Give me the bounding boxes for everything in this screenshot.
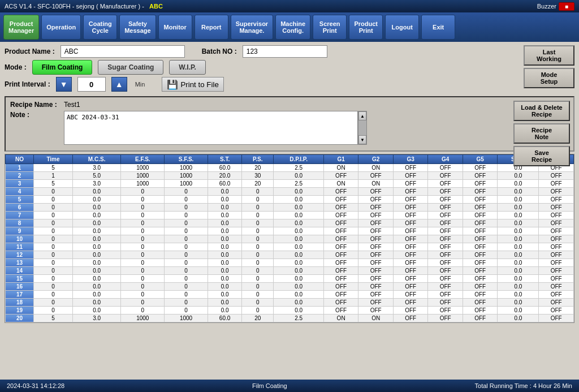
table-cell: 0.0 <box>498 283 539 291</box>
table-cell: 0 <box>121 275 165 283</box>
table-cell: 6 <box>6 204 34 212</box>
save-recipe-button[interactable]: SaveRecipe <box>513 146 570 166</box>
table-cell: 0.0 <box>72 283 121 291</box>
toolbar-btn-coating-cycle[interactable]: CoatingCycle <box>83 15 117 40</box>
table-row[interactable]: 1400.0000.000.0OFFOFFOFFOFFOFF0.0OFF <box>6 267 574 275</box>
table-cell: OFF <box>463 235 498 243</box>
table-row[interactable]: 153.01000100060.0202.5ONONOFFOFFOFF0.0OF… <box>6 164 574 172</box>
table-row[interactable]: 700.0000.000.0OFFOFFOFFOFFOFF0.0OFF <box>6 212 574 219</box>
table-row[interactable]: 1600.0000.000.0OFFOFFOFFOFFOFF0.0OFF <box>6 283 574 291</box>
toolbar-btn-operation[interactable]: Operation <box>41 15 81 40</box>
table-cell: 0.0 <box>498 188 539 196</box>
min-label: Min <box>135 81 145 88</box>
table-row[interactable]: 1100.0000.000.0OFFOFFOFFOFFOFF0.0OFF <box>6 243 574 251</box>
table-row[interactable]: 215.01000100020.0300.0OFFOFFOFFOFFOFF0.0… <box>6 172 574 180</box>
table-cell: 3 <box>6 180 34 188</box>
table-cell: ON <box>323 315 358 322</box>
table-cell: 0 <box>242 204 274 212</box>
table-cell: 0 <box>34 259 73 267</box>
note-textarea[interactable]: ABC 2024-03-31 <box>64 111 358 145</box>
toolbar-btn-monitor[interactable]: Monitor <box>158 15 192 40</box>
scroll-down-button[interactable]: ▼ <box>358 135 366 144</box>
table-row[interactable]: 900.0000.000.0OFFOFFOFFOFFOFF0.0OFF <box>6 227 574 235</box>
table-cell: 0 <box>34 204 73 212</box>
table-row[interactable]: 500.0000.000.0OFFOFFOFFOFFOFF0.0OFF <box>6 196 574 204</box>
table-row[interactable]: 1500.0000.000.0OFFOFFOFFOFFOFF0.0OFF <box>6 275 574 283</box>
sugar-coating-button[interactable]: Sugar Coating <box>98 60 163 75</box>
table-cell: OFF <box>358 219 394 227</box>
table-row[interactable]: 600.0000.000.0OFFOFFOFFOFFOFF0.0OFF <box>6 204 574 212</box>
mode-setup-button[interactable]: ModeSetup <box>524 68 574 88</box>
table-cell: 0 <box>165 212 208 219</box>
film-coating-button[interactable]: Film Coating <box>32 60 93 75</box>
toolbar-btn-product-print[interactable]: ProductPrint <box>349 15 383 40</box>
toolbar-btn-report[interactable]: Report <box>195 15 228 40</box>
toolbar-btn-product-manager[interactable]: ProductManager <box>3 15 39 40</box>
table-cell: OFF <box>539 188 574 196</box>
table-row[interactable]: 1000.0000.000.0OFFOFFOFFOFFOFF0.0OFF <box>6 235 574 243</box>
table-row[interactable]: 1300.0000.000.0OFFOFFOFFOFFOFF0.0OFF <box>6 259 574 267</box>
table-cell: 0.0 <box>498 212 539 219</box>
scroll-up-button[interactable]: ▲ <box>358 111 366 120</box>
recipe-side-buttons: Load & DeleteRecipe RecipeNote SaveRecip… <box>513 101 570 166</box>
table-row[interactable]: 1700.0000.000.0OFFOFFOFFOFFOFF0.0OFF <box>6 291 574 299</box>
table-cell: 1000 <box>165 180 208 188</box>
wip-button[interactable]: W.I.P. <box>169 60 205 75</box>
load-delete-recipe-button[interactable]: Load & DeleteRecipe <box>513 101 570 121</box>
table-cell: 0.0 <box>498 251 539 259</box>
table-cell: OFF <box>463 315 498 322</box>
table-cell: OFF <box>539 235 574 243</box>
table-cell: 0 <box>165 196 208 204</box>
interval-increase-button[interactable]: ▲ <box>111 77 127 92</box>
table-cell: 0.0 <box>208 196 241 204</box>
table-cell: 0 <box>165 299 208 307</box>
table-cell: OFF <box>393 299 428 307</box>
table-cell: 0 <box>34 291 73 299</box>
table-cell: OFF <box>358 275 394 283</box>
table-cell: 0 <box>34 275 73 283</box>
table-cell: 0.0 <box>498 267 539 275</box>
toolbar-btn-supervisor-manage[interactable]: SupervisorManage. <box>231 15 273 40</box>
table-cell: 0.0 <box>72 235 121 243</box>
toolbar-btn-exit[interactable]: Exit <box>421 15 455 40</box>
toolbar-btn-machine-config[interactable]: MachineConfig. <box>275 15 310 40</box>
table-row[interactable]: 1200.0000.000.0OFFOFFOFFOFFOFF0.0OFF <box>6 251 574 259</box>
table-cell: 0.0 <box>208 259 241 267</box>
table-cell: OFF <box>539 212 574 219</box>
batch-no-input[interactable] <box>243 45 327 58</box>
table-cell: OFF <box>323 267 358 275</box>
table-cell: 0.0 <box>498 180 539 188</box>
toolbar-btn-safety-message[interactable]: SafetyMessage <box>119 15 155 40</box>
toolbar-btn-logout[interactable]: Logout <box>385 15 419 40</box>
table-row[interactable]: 1800.0000.000.0OFFOFFOFFOFFOFF0.0OFF <box>6 299 574 307</box>
table-cell: 0.0 <box>498 291 539 299</box>
print-to-file-button[interactable]: 💾 Print to File <box>162 77 223 92</box>
table-row[interactable]: 2053.01000100060.0202.5ONONOFFOFFOFF0.0O… <box>6 315 574 322</box>
recipe-note-button[interactable]: RecipeNote <box>513 123 570 144</box>
table-row[interactable]: 400.0000.000.0OFFOFFOFFOFFOFF0.0OFF <box>6 188 574 196</box>
table-cell: OFF <box>323 219 358 227</box>
table-cell: 0.0 <box>72 188 121 196</box>
table-cell: 0.0 <box>72 204 121 212</box>
last-working-button[interactable]: LastWorking <box>524 45 574 66</box>
table-cell: 0 <box>165 307 208 315</box>
table-cell: 0 <box>121 259 165 267</box>
table-cell: OFF <box>323 212 358 219</box>
toolbar-btn-screen-print[interactable]: ScreenPrint <box>313 15 347 40</box>
table-cell: 0.0 <box>498 227 539 235</box>
table-cell: OFF <box>428 259 463 267</box>
table-cell: 0.0 <box>208 251 241 259</box>
data-table-container: NOTimeM.C.S.E.F.S.S.F.S.S.T.P.S.D.P.I.P.… <box>5 154 574 323</box>
interval-decrease-button[interactable]: ▼ <box>56 77 72 92</box>
table-row[interactable]: 353.01000100060.0202.5ONONOFFOFFOFF0.0OF… <box>6 180 574 188</box>
table-cell: 0.0 <box>498 243 539 251</box>
table-cell: OFF <box>428 227 463 235</box>
table-row[interactable]: 800.0000.000.0OFFOFFOFFOFFOFF0.0OFF <box>6 219 574 227</box>
table-cell: 11 <box>6 243 34 251</box>
table-row[interactable]: 1900.0000.000.0OFFOFFOFFOFFOFF0.0OFF <box>6 307 574 315</box>
buzzer-button[interactable]: ■ <box>559 2 574 11</box>
table-cell: OFF <box>393 227 428 235</box>
table-cell: 0.0 <box>274 251 324 259</box>
product-name-input[interactable] <box>61 45 185 58</box>
buzzer-label: Buzzer <box>537 3 556 10</box>
